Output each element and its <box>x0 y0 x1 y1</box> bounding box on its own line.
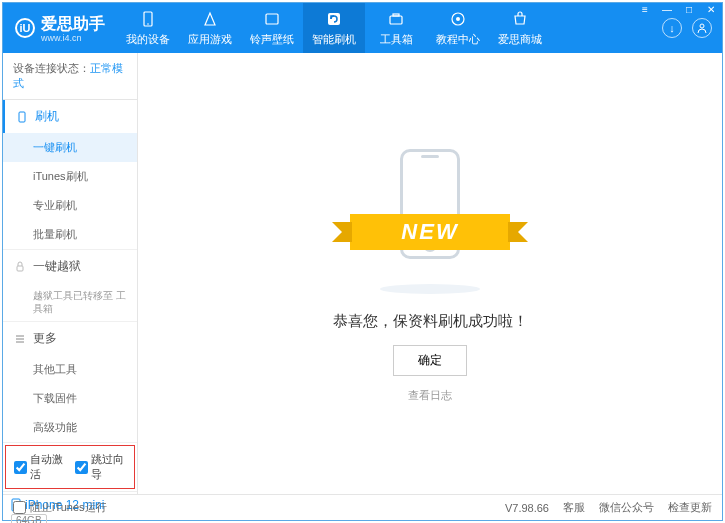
nav-label: 爱思商城 <box>498 32 542 47</box>
svg-point-8 <box>700 24 704 28</box>
nav-flash[interactable]: 智能刷机 <box>303 3 365 53</box>
svg-rect-2 <box>266 14 278 24</box>
nav-store[interactable]: 爱思商城 <box>489 3 551 53</box>
jailbreak-note: 越狱工具已转移至 工具箱 <box>3 283 137 321</box>
menu-button[interactable]: ≡ <box>637 4 653 15</box>
phone-icon <box>139 10 157 28</box>
brand-logo-icon: iU <box>15 18 35 38</box>
sidebar-item-oneclick-flash[interactable]: 一键刷机 <box>3 133 137 162</box>
version-label: V7.98.66 <box>505 502 549 514</box>
section-more[interactable]: 更多 <box>3 322 137 355</box>
footer: 阻止iTunes运行 V7.98.66 客服 微信公众号 检查更新 <box>3 494 722 520</box>
success-message: 恭喜您，保资料刷机成功啦！ <box>333 312 528 331</box>
sidebar-item-download-fw[interactable]: 下载固件 <box>3 384 137 413</box>
success-illustration: NEW <box>340 144 520 294</box>
section-jailbreak[interactable]: 一键越狱 <box>3 250 137 283</box>
svg-rect-10 <box>17 266 23 271</box>
service-link[interactable]: 客服 <box>563 500 585 515</box>
nav-label: 铃声壁纸 <box>250 32 294 47</box>
view-log-link[interactable]: 查看日志 <box>408 388 452 403</box>
svg-point-7 <box>456 17 460 21</box>
svg-rect-4 <box>390 16 402 24</box>
maximize-button[interactable]: □ <box>681 4 697 15</box>
section-title: 刷机 <box>35 108 59 125</box>
nav-apps[interactable]: 应用游戏 <box>179 3 241 53</box>
svg-point-1 <box>147 23 149 25</box>
main-content: NEW 恭喜您，保资料刷机成功啦！ 确定 查看日志 <box>138 53 722 494</box>
auto-activate-checkbox[interactable] <box>14 461 27 474</box>
sidebar: 设备连接状态：正常模式 刷机 一键刷机 iTunes刷机 专业刷机 批量刷机 一… <box>3 53 138 494</box>
section-flash[interactable]: 刷机 <box>3 100 137 133</box>
titlebar: iU 爱思助手 www.i4.cn 我的设备 应用游戏 铃声壁纸 智能刷机 <box>3 3 722 53</box>
download-icon[interactable]: ↓ <box>662 18 682 38</box>
sidebar-item-itunes-flash[interactable]: iTunes刷机 <box>3 162 137 191</box>
skip-guide-checkbox[interactable] <box>75 461 88 474</box>
lock-icon <box>13 260 27 274</box>
nav-label: 智能刷机 <box>312 32 356 47</box>
section-title: 一键越狱 <box>33 258 81 275</box>
nav-tutorials[interactable]: 教程中心 <box>427 3 489 53</box>
apps-icon <box>201 10 219 28</box>
block-itunes-check[interactable]: 阻止iTunes运行 <box>13 500 107 515</box>
nav-label: 应用游戏 <box>188 32 232 47</box>
close-button[interactable]: ✕ <box>703 4 719 15</box>
svg-rect-5 <box>393 14 399 16</box>
wechat-link[interactable]: 微信公众号 <box>599 500 654 515</box>
brand-name: 爱思助手 <box>41 14 105 35</box>
svg-rect-3 <box>328 13 340 25</box>
nav-devices[interactable]: 我的设备 <box>117 3 179 53</box>
block-itunes-checkbox[interactable] <box>13 501 26 514</box>
connection-status: 设备连接状态：正常模式 <box>3 53 137 100</box>
svg-rect-9 <box>19 112 25 122</box>
menu-icon <box>13 332 27 346</box>
brand-url: www.i4.cn <box>41 33 105 43</box>
flash-icon <box>325 10 343 28</box>
brand: iU 爱思助手 www.i4.cn <box>3 14 117 43</box>
options-highlight: 自动激活 跳过向导 <box>5 445 135 489</box>
nav-tabs: 我的设备 应用游戏 铃声壁纸 智能刷机 工具箱 教程中心 <box>117 3 551 53</box>
sidebar-item-advanced[interactable]: 高级功能 <box>3 413 137 442</box>
update-link[interactable]: 检查更新 <box>668 500 712 515</box>
confirm-button[interactable]: 确定 <box>393 345 467 376</box>
skip-guide-check[interactable]: 跳过向导 <box>75 452 126 482</box>
wallpaper-icon <box>263 10 281 28</box>
section-title: 更多 <box>33 330 57 347</box>
toolbox-icon <box>387 10 405 28</box>
minimize-button[interactable]: — <box>659 4 675 15</box>
sidebar-item-pro-flash[interactable]: 专业刷机 <box>3 191 137 220</box>
nav-label: 教程中心 <box>436 32 480 47</box>
new-ribbon: NEW <box>350 214 510 250</box>
nav-label: 工具箱 <box>380 32 413 47</box>
auto-activate-check[interactable]: 自动激活 <box>14 452 65 482</box>
nav-ringtones[interactable]: 铃声壁纸 <box>241 3 303 53</box>
nav-label: 我的设备 <box>126 32 170 47</box>
book-icon <box>449 10 467 28</box>
sidebar-item-other-tools[interactable]: 其他工具 <box>3 355 137 384</box>
nav-toolbox[interactable]: 工具箱 <box>365 3 427 53</box>
sidebar-item-batch-flash[interactable]: 批量刷机 <box>3 220 137 249</box>
user-icon[interactable] <box>692 18 712 38</box>
phone-small-icon <box>15 110 29 124</box>
store-icon <box>511 10 529 28</box>
